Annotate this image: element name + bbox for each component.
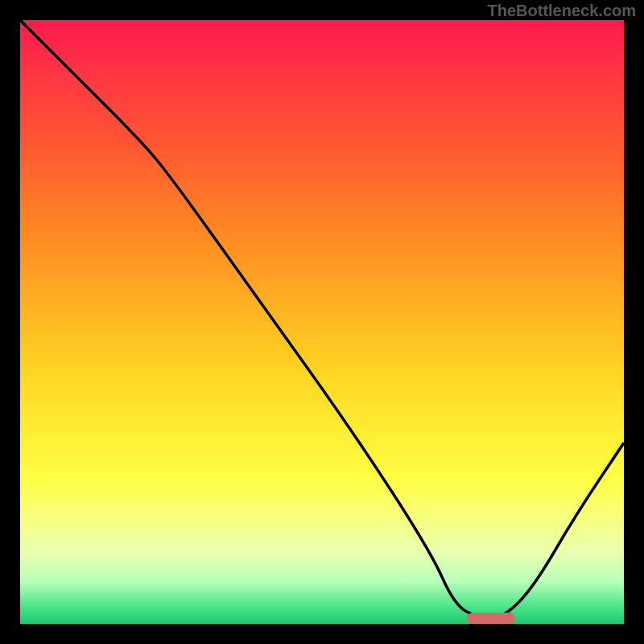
plot-area (20, 20, 624, 624)
chart-svg (20, 20, 624, 624)
optimal-marker (467, 613, 515, 624)
bottleneck-curve (20, 20, 624, 618)
watermark-text: TheBottleneck.com (488, 2, 636, 20)
